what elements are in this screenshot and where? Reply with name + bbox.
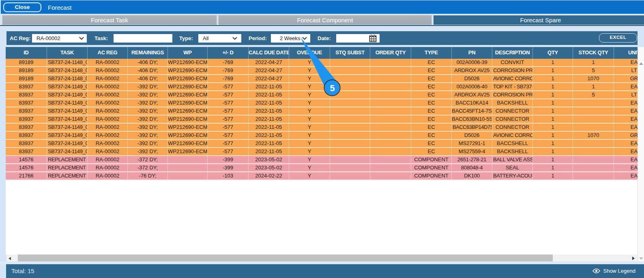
svg-text:5: 5 [330, 83, 335, 93]
